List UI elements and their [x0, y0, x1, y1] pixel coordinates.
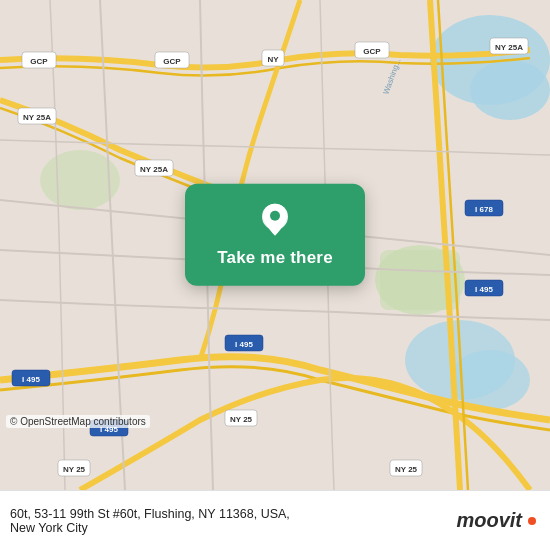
svg-point-40	[270, 211, 280, 221]
svg-text:I 495: I 495	[235, 340, 253, 349]
osm-credit-text: © OpenStreetMap contributors	[10, 416, 146, 427]
address-line1: 60t, 53-11 99th St #60t, Flushing, NY 11…	[10, 507, 456, 521]
svg-text:I 495: I 495	[22, 375, 40, 384]
svg-text:I 678: I 678	[475, 205, 493, 214]
bottom-bar: 60t, 53-11 99th St #60t, Flushing, NY 11…	[0, 490, 550, 550]
location-card: Take me there	[185, 184, 365, 286]
moovit-dot	[528, 517, 536, 525]
svg-text:NY 25: NY 25	[230, 415, 253, 424]
svg-text:GCP: GCP	[363, 47, 381, 56]
moovit-brand-text: moovit	[456, 509, 522, 532]
osm-credit: © OpenStreetMap contributors	[6, 415, 150, 428]
svg-text:NY 25A: NY 25A	[23, 113, 51, 122]
svg-text:NY: NY	[267, 55, 279, 64]
svg-text:NY 25: NY 25	[395, 465, 418, 474]
moovit-logo: moovit	[456, 509, 536, 532]
svg-text:NY 25A: NY 25A	[140, 165, 168, 174]
location-pin-icon	[256, 202, 294, 240]
take-me-there-button[interactable]: Take me there	[217, 248, 333, 268]
svg-point-2	[470, 60, 550, 120]
svg-text:GCP: GCP	[163, 57, 181, 66]
address-block: 60t, 53-11 99th St #60t, Flushing, NY 11…	[10, 507, 456, 535]
svg-text:NY 25A: NY 25A	[495, 43, 523, 52]
address-line2: New York City	[10, 521, 456, 535]
svg-text:NY 25: NY 25	[63, 465, 86, 474]
map-container: GCP GCP GCP NY 25A NY 25A NY 25A NY I 67…	[0, 0, 550, 490]
svg-text:I 495: I 495	[475, 285, 493, 294]
svg-text:GCP: GCP	[30, 57, 48, 66]
